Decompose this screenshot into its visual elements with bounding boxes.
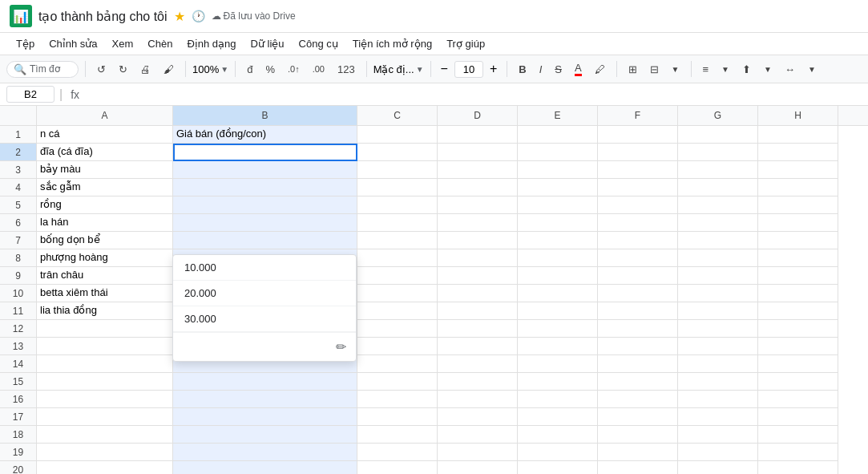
cell-h5[interactable] (758, 196, 838, 214)
cell-c11[interactable] (357, 302, 438, 320)
row-num-15[interactable]: 15 (0, 373, 37, 391)
cell-f16[interactable] (598, 391, 678, 408)
font-size-input[interactable] (454, 61, 483, 78)
search-box[interactable]: 🔍 Tìm đơ (6, 61, 79, 78)
dropdown-popup[interactable]: 10.000 20.000 30.000 ✏ (172, 254, 357, 362)
cell-h15[interactable] (758, 373, 838, 391)
dropdown-option-2[interactable]: 20.000 (173, 281, 356, 306)
cell-h11[interactable] (758, 302, 838, 320)
cell-d4[interactable] (438, 179, 518, 196)
font-selector[interactable]: Mặc đị... ▼ (373, 63, 424, 75)
cell-g9[interactable] (678, 267, 758, 285)
row-num-11[interactable]: 11 (0, 302, 37, 320)
cell-e5[interactable] (518, 196, 598, 214)
cell-e20[interactable] (518, 461, 598, 474)
cell-g5[interactable] (678, 196, 758, 214)
cell-f19[interactable] (598, 444, 678, 461)
cell-g13[interactable] (678, 338, 758, 355)
paint-format-button[interactable]: 🖌 (159, 60, 179, 79)
cell-g11[interactable] (678, 302, 758, 320)
cell-a16[interactable] (37, 391, 173, 408)
row-num-17[interactable]: 17 (0, 408, 37, 426)
row-num-18[interactable]: 18 (0, 426, 37, 444)
cell-b2[interactable] (173, 144, 357, 161)
cell-f12[interactable] (598, 320, 678, 338)
merge-button[interactable]: ⊟ (645, 60, 664, 79)
font-color-button[interactable]: A (570, 59, 587, 79)
cell-c13[interactable] (357, 338, 438, 355)
cell-g12[interactable] (678, 320, 758, 338)
cell-a1[interactable]: n cá (37, 126, 173, 144)
italic-button[interactable]: I (535, 60, 547, 79)
cell-c16[interactable] (357, 391, 438, 408)
cell-a20[interactable] (37, 461, 173, 474)
dropdown-option-1[interactable]: 10.000 (173, 255, 356, 281)
menu-tep[interactable]: Tệp (10, 34, 41, 53)
cell-b20[interactable] (173, 461, 357, 474)
col-header-h[interactable]: H (758, 106, 838, 125)
cell-f15[interactable] (598, 373, 678, 391)
menu-chinh-sua[interactable]: Chỉnh sửa (42, 34, 103, 53)
cell-g20[interactable] (678, 461, 758, 474)
cell-a19[interactable] (37, 444, 173, 461)
row-num-6[interactable]: 6 (0, 214, 37, 232)
cell-g4[interactable] (678, 179, 758, 196)
cell-d5[interactable] (438, 196, 518, 214)
cell-g8[interactable] (678, 249, 758, 267)
cell-h2[interactable] (758, 144, 838, 161)
cell-c12[interactable] (357, 320, 438, 338)
cell-a2[interactable]: đĩa (cá đĩa) (37, 144, 173, 161)
cell-d17[interactable] (438, 408, 518, 426)
cell-g10[interactable] (678, 285, 758, 302)
cell-e14[interactable] (518, 355, 598, 373)
cell-a14[interactable] (37, 355, 173, 373)
dec-decr-button[interactable]: .00 (308, 61, 329, 77)
currency-button[interactable]: đ (242, 60, 257, 79)
cell-d7[interactable] (438, 232, 518, 249)
menu-tro-giup[interactable]: Trợ giúp (440, 34, 491, 53)
cell-c4[interactable] (357, 179, 438, 196)
cell-a9[interactable]: trân châu (37, 267, 173, 285)
row-num-7[interactable]: 7 (0, 232, 37, 249)
search-label[interactable]: Tìm đơ (30, 63, 60, 75)
cell-g17[interactable] (678, 408, 758, 426)
col-header-c[interactable]: C (357, 106, 438, 125)
cell-c2[interactable] (357, 144, 438, 161)
cell-b1[interactable]: Giá bán (đồng/con) (173, 126, 357, 144)
cell-e1[interactable] (518, 126, 598, 144)
cell-d6[interactable] (438, 214, 518, 232)
cell-e7[interactable] (518, 232, 598, 249)
more-chevron[interactable]: ▼ (803, 62, 821, 77)
cell-a10[interactable]: betta xiêm thái (37, 285, 173, 302)
menu-tien-ich[interactable]: Tiện ích mở rộng (346, 34, 438, 53)
dropdown-option-3[interactable]: 30.000 (173, 306, 356, 332)
cell-e15[interactable] (518, 373, 598, 391)
row-num-19[interactable]: 19 (0, 444, 37, 461)
cell-f10[interactable] (598, 285, 678, 302)
cell-h13[interactable] (758, 338, 838, 355)
cell-c5[interactable] (357, 196, 438, 214)
cell-d14[interactable] (438, 355, 518, 373)
valign-chevron[interactable]: ▼ (759, 62, 777, 77)
redo-button[interactable]: ↻ (114, 60, 132, 79)
cell-c19[interactable] (357, 444, 438, 461)
cell-h3[interactable] (758, 161, 838, 179)
cell-e3[interactable] (518, 161, 598, 179)
cell-g14[interactable] (678, 355, 758, 373)
col-header-e[interactable]: E (518, 106, 598, 125)
cell-a7[interactable]: bống dọn bể (37, 232, 173, 249)
cell-d18[interactable] (438, 426, 518, 444)
cell-d19[interactable] (438, 444, 518, 461)
cell-g16[interactable] (678, 391, 758, 408)
star-icon[interactable]: ★ (174, 9, 185, 24)
strikethrough-button[interactable]: S (550, 60, 567, 79)
cell-e10[interactable] (518, 285, 598, 302)
cell-b17[interactable] (173, 408, 357, 426)
cell-f3[interactable] (598, 161, 678, 179)
cell-h6[interactable] (758, 214, 838, 232)
cell-e17[interactable] (518, 408, 598, 426)
cell-d13[interactable] (438, 338, 518, 355)
undo-button[interactable]: ↺ (92, 60, 111, 79)
row-num-20[interactable]: 20 (0, 461, 37, 474)
menu-xem[interactable]: Xem (106, 34, 140, 53)
